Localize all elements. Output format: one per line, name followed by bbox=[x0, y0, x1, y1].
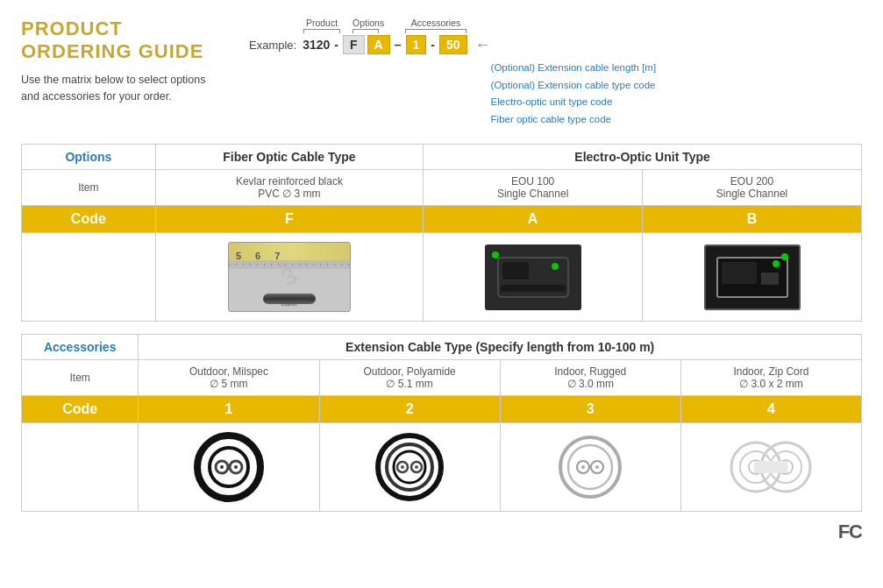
eou100-led bbox=[492, 251, 499, 259]
table1-fiber-image: 5 6 7 cable 3 bbox=[155, 233, 423, 322]
table1-code-label: Code bbox=[22, 206, 156, 233]
box-50: 50 bbox=[439, 35, 467, 54]
table2-code-label: Code bbox=[22, 396, 139, 423]
box-1: 1 bbox=[406, 35, 427, 54]
table2-code-row: Code 1 2 3 4 bbox=[22, 396, 862, 423]
table2-image-empty bbox=[22, 423, 139, 512]
col3-text: Indoor, Rugged∅ 3.0 mm bbox=[554, 365, 626, 390]
eou200-device bbox=[704, 244, 801, 310]
label-accessories: Accessories bbox=[405, 18, 466, 28]
formula-row: Example: 3120 - F A – 1 - 50 ← bbox=[249, 35, 491, 54]
bracket-product bbox=[303, 29, 340, 33]
label-product: Product bbox=[303, 18, 340, 28]
table1-item-label: Item bbox=[22, 170, 156, 206]
diagram-brackets bbox=[249, 29, 466, 33]
table2-col1-item: Outdoor, Milspec∅ 5 mm bbox=[139, 360, 319, 396]
table1-eou100-item: EOU 100Single Channel bbox=[424, 170, 643, 206]
th-accessories: Accessories bbox=[22, 335, 139, 360]
diagram-labels: Product Options Accessories bbox=[249, 18, 466, 28]
fc-logo: FC bbox=[838, 521, 862, 543]
table1-image-row: 5 6 7 cable 3 bbox=[22, 233, 862, 322]
box-f: F bbox=[343, 35, 365, 54]
label-options: Options bbox=[352, 18, 379, 28]
left-header: PRODUCT ORDERING GUIDE Use the matrix be… bbox=[21, 18, 231, 105]
eou200-led bbox=[781, 253, 788, 260]
annotation-0: (Optional) Extension cable length [m] bbox=[491, 60, 657, 77]
eou100-svg bbox=[494, 253, 573, 301]
box-a: A bbox=[367, 35, 390, 54]
table2-col3-image bbox=[500, 423, 680, 512]
table1-eou200-image bbox=[643, 233, 862, 322]
table2-col1-code: 1 bbox=[139, 396, 319, 423]
svg-point-19 bbox=[401, 465, 404, 469]
annotation-2: Electro-optic unit type code bbox=[491, 94, 657, 111]
table2-col2-item: Outdoor, Polyamide∅ 5.1 mm bbox=[319, 360, 500, 396]
subtitle-line2: and accessories for your order. bbox=[21, 90, 172, 103]
sep: – bbox=[395, 38, 402, 52]
table2-item-label: Item bbox=[22, 360, 139, 396]
svg-point-13 bbox=[234, 465, 238, 469]
svg-point-26 bbox=[595, 465, 599, 469]
table2-col1-image bbox=[139, 423, 319, 512]
col1-text: Outdoor, Milspec∅ 5 mm bbox=[189, 365, 268, 390]
svg-rect-5 bbox=[722, 262, 757, 284]
svg-point-2 bbox=[552, 263, 559, 270]
formula-outer: Example: 3120 - F A – 1 - 50 ← (Optional… bbox=[249, 35, 656, 128]
dash1: - bbox=[334, 38, 338, 52]
th-options: Options bbox=[22, 145, 156, 170]
table1-eou200-item: EOU 200Single Channel bbox=[643, 170, 862, 206]
eou100-device bbox=[485, 244, 581, 310]
bracket-accessories bbox=[405, 29, 466, 33]
svg-point-20 bbox=[415, 465, 418, 469]
cable3-svg bbox=[555, 432, 625, 502]
col2-text: Outdoor, Polyamide∅ 5.1 mm bbox=[363, 365, 455, 390]
svg-point-12 bbox=[220, 465, 224, 469]
eou200-svg bbox=[713, 253, 792, 301]
table2-col2-image bbox=[319, 423, 500, 512]
table1-code-row: Code F A B bbox=[22, 206, 862, 233]
cable2-svg bbox=[374, 432, 445, 502]
table1-header-row: Options Fiber Optic Cable Type Electro-O… bbox=[22, 145, 862, 170]
th-fiber: Fiber Optic Cable Type bbox=[155, 145, 423, 170]
example-number: 3120 bbox=[303, 38, 330, 52]
table2-col3-code: 3 bbox=[500, 396, 680, 423]
th-ext: Extension Cable Type (Specify length fro… bbox=[139, 335, 862, 360]
page-title: PRODUCT ORDERING GUIDE bbox=[21, 18, 231, 63]
table2-image-row bbox=[22, 423, 862, 512]
table2-col2-code: 2 bbox=[319, 396, 500, 423]
table1-fiber-item: Kevlar reinforced blackPVC ∅ 3 mm bbox=[155, 170, 423, 206]
fc-logo-section: FC bbox=[21, 521, 862, 543]
table2-item-row: Item Outdoor, Milspec∅ 5 mm Outdoor, Pol… bbox=[22, 360, 862, 396]
eou100-text: EOU 100Single Channel bbox=[497, 175, 568, 200]
eou200-text: EOU 200Single Channel bbox=[716, 175, 787, 200]
arrow-left-icon: ← bbox=[475, 36, 491, 54]
subtitle: Use the matrix below to select options a… bbox=[21, 72, 231, 105]
table2-col4-image bbox=[680, 423, 861, 512]
right-annotations: (Optional) Extension cable length [m] (O… bbox=[491, 60, 657, 128]
table2-col4-code: 4 bbox=[680, 396, 861, 423]
svg-rect-7 bbox=[761, 273, 779, 285]
th-electro: Electro-Optic Unit Type bbox=[424, 145, 862, 170]
fiber-item-text: Kevlar reinforced blackPVC ∅ 3 mm bbox=[236, 175, 343, 200]
accessories-table: Accessories Extension Cable Type (Specif… bbox=[21, 334, 862, 512]
annotation-1: (Optional) Extension cable type code bbox=[491, 77, 657, 95]
table1-image-empty bbox=[22, 233, 156, 322]
table2-header-row: Accessories Extension Cable Type (Specif… bbox=[22, 335, 862, 360]
svg-point-6 bbox=[773, 260, 780, 267]
bracket-options bbox=[352, 29, 379, 33]
table1-eou100-code: A bbox=[424, 206, 643, 233]
table2-col4-item: Indoor, Zip Cord∅ 3.0 x 2 mm bbox=[680, 360, 861, 396]
svg-rect-1 bbox=[502, 262, 529, 280]
options-table: Options Fiber Optic Cable Type Electro-O… bbox=[21, 144, 862, 322]
table1-eou200-code: B bbox=[643, 206, 862, 233]
table2-col3-item: Indoor, Rugged∅ 3.0 mm bbox=[500, 360, 680, 396]
cable4-svg bbox=[727, 436, 815, 498]
dash2: - bbox=[431, 38, 435, 52]
svg-point-16 bbox=[394, 451, 425, 483]
table1-fiber-code: F bbox=[155, 206, 423, 233]
annotation-3: Fiber optic cable type code bbox=[491, 111, 657, 129]
header-section: PRODUCT ORDERING GUIDE Use the matrix be… bbox=[21, 18, 862, 128]
example-diagram: Product Options Accessories Example: 312… bbox=[249, 18, 862, 128]
cable1-svg bbox=[194, 432, 264, 502]
svg-rect-35 bbox=[754, 461, 787, 473]
